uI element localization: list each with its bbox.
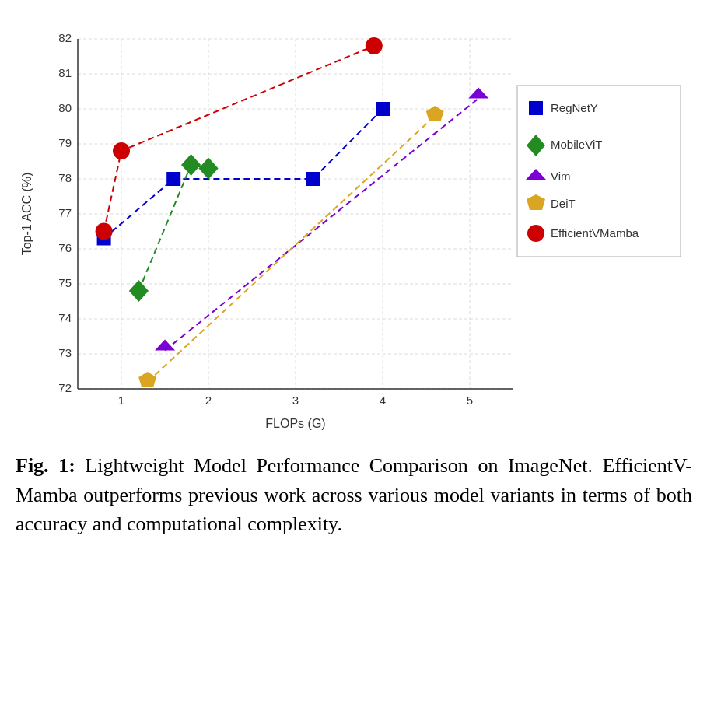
legend-efficientVMamba-label: EfficientVMamba	[551, 226, 639, 240]
legend-regnetY-label: RegNetY	[551, 101, 598, 114]
figure-caption: Fig. 1: Lightweight Model Performance Co…	[16, 451, 692, 539]
chart-container: 72 73 74 75 76 77 78 79 80 81 82 1 2 3 4…	[16, 23, 692, 436]
legend-vim-label: Vim	[551, 170, 571, 183]
svg-text:80: 80	[58, 101, 72, 114]
x-axis-label: FLOPs (G)	[265, 417, 325, 430]
svg-text:2: 2	[205, 394, 212, 407]
svg-text:72: 72	[58, 381, 72, 394]
efficientVMamba-point-2	[113, 142, 130, 159]
regnetY-point-4	[376, 102, 390, 116]
y-axis-label: Top-1 ACC (%)	[20, 173, 33, 256]
svg-text:3: 3	[292, 394, 299, 407]
efficientVMamba-point-3	[366, 37, 383, 54]
regnetY-point-3	[306, 172, 320, 186]
svg-text:76: 76	[58, 241, 72, 254]
svg-text:82: 82	[58, 31, 72, 44]
efficientVMamba-point-1	[96, 223, 113, 240]
svg-text:81: 81	[58, 66, 72, 79]
svg-text:79: 79	[58, 136, 72, 149]
regnetY-point-2	[166, 172, 180, 186]
legend-deit-label: DeiT	[551, 197, 576, 210]
svg-text:1: 1	[118, 394, 124, 407]
legend-mobileViT-label: MobileViT	[551, 138, 602, 151]
svg-text:74: 74	[58, 311, 72, 324]
svg-text:73: 73	[58, 346, 72, 359]
svg-text:78: 78	[58, 171, 72, 184]
svg-text:77: 77	[58, 206, 72, 219]
svg-text:5: 5	[467, 394, 473, 407]
legend-efficientVMamba-icon	[527, 225, 544, 242]
caption-text: Lightweight Model Performance Comparison…	[16, 454, 692, 535]
legend-regnetY-icon	[529, 101, 543, 115]
fig-label: Fig. 1:	[16, 454, 75, 477]
chart-svg: 72 73 74 75 76 77 78 79 80 81 82 1 2 3 4…	[16, 23, 692, 436]
svg-text:75: 75	[58, 276, 72, 289]
svg-text:4: 4	[380, 394, 386, 407]
